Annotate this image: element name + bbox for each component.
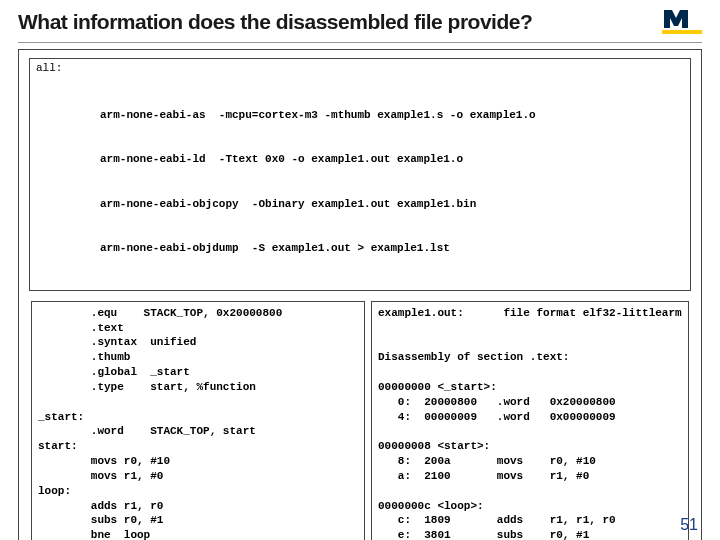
columns: .equ STACK_TOP, 0x20000800 .text .syntax… [25, 299, 695, 540]
cmd-ld: arm-none-eabi-ld -Ttext 0x0 -o example1.… [100, 152, 686, 167]
svg-rect-0 [662, 30, 702, 34]
build-commands-box: all: arm-none-eabi-as -mcpu=cortex-m3 -m… [29, 58, 691, 291]
page-number: 51 [680, 516, 698, 534]
umich-logo [662, 8, 702, 36]
assembly-source: .equ STACK_TOP, 0x20000800 .text .syntax… [31, 301, 365, 540]
slide: What information does the disassembled f… [0, 0, 720, 540]
disassembly-output: example1.out: file format elf32-littlear… [371, 301, 689, 540]
cmd-objdump: arm-none-eabi-objdump -S example1.out > … [100, 241, 686, 256]
content-box: all: arm-none-eabi-as -mcpu=cortex-m3 -m… [18, 49, 702, 540]
all-label: all: [36, 61, 62, 76]
title-row: What information does the disassembled f… [18, 8, 702, 43]
cmd-objcopy: arm-none-eabi-objcopy -Obinary example1.… [100, 197, 686, 212]
cmd-as: arm-none-eabi-as -mcpu=cortex-m3 -mthumb… [100, 108, 686, 123]
slide-title: What information does the disassembled f… [18, 10, 532, 34]
